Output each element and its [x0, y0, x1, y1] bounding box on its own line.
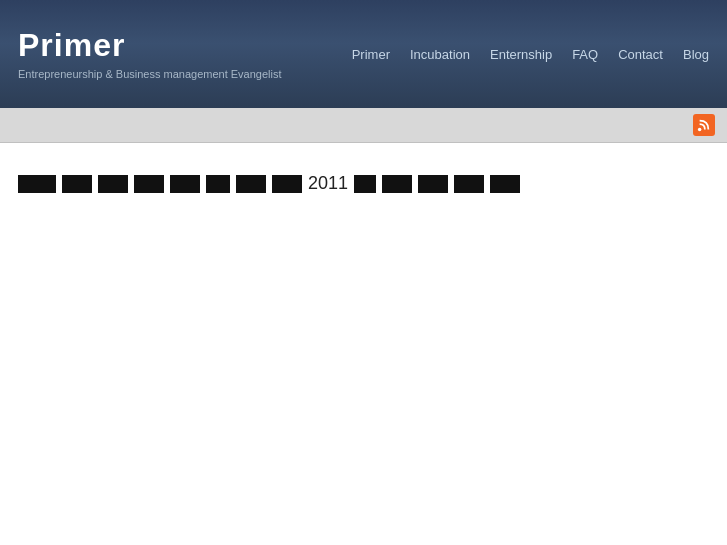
logo-area: Primer Entrepreneurship & Business manag…	[18, 28, 282, 79]
redacted-block	[382, 175, 412, 193]
redacted-block	[170, 175, 200, 193]
redacted-block	[62, 175, 92, 193]
site-header: Primer Entrepreneurship & Business manag…	[0, 0, 727, 108]
redacted-block	[490, 175, 520, 193]
year-label: 2011	[308, 173, 348, 194]
main-content: 2011	[0, 143, 727, 545]
article-title-line: 2011	[18, 173, 709, 194]
rss-button[interactable]	[693, 114, 715, 136]
redacted-block	[454, 175, 484, 193]
redacted-block	[18, 175, 56, 193]
redacted-block	[354, 175, 376, 193]
site-title[interactable]: Primer	[18, 28, 282, 63]
redacted-block	[236, 175, 266, 193]
nav-faq[interactable]: FAQ	[572, 47, 598, 62]
redacted-block	[272, 175, 302, 193]
nav-primer[interactable]: Primer	[352, 47, 390, 62]
nav-contact[interactable]: Contact	[618, 47, 663, 62]
toolbar	[0, 108, 727, 143]
redacted-block	[418, 175, 448, 193]
redacted-block	[98, 175, 128, 193]
main-nav: Primer Incubation Enternship FAQ Contact…	[352, 47, 709, 62]
nav-blog[interactable]: Blog	[683, 47, 709, 62]
nav-incubation[interactable]: Incubation	[410, 47, 470, 62]
redacted-block	[206, 175, 230, 193]
nav-enternship[interactable]: Enternship	[490, 47, 552, 62]
redacted-block	[134, 175, 164, 193]
svg-point-0	[698, 128, 702, 132]
site-subtitle: Entrepreneurship & Business management E…	[18, 68, 282, 80]
